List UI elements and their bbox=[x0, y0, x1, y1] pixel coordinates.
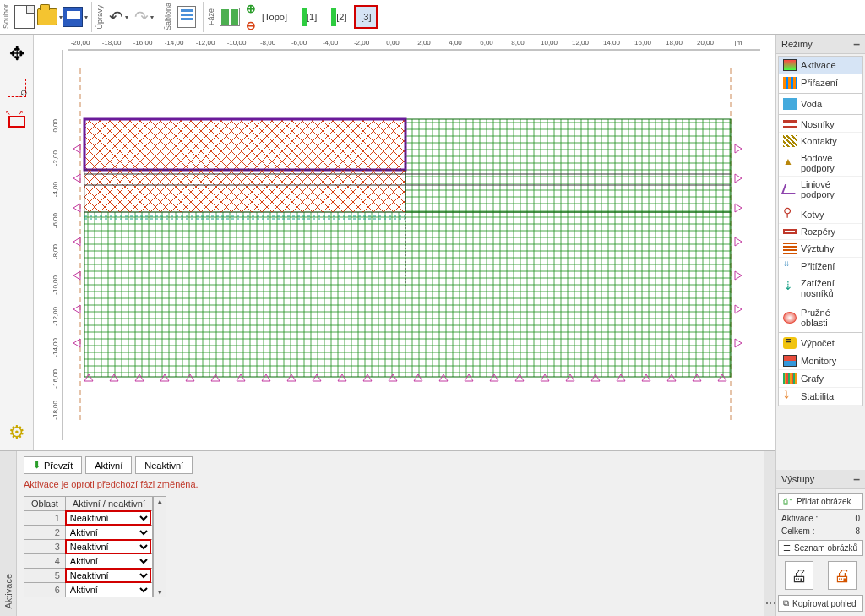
mi-bod-icon bbox=[783, 157, 797, 169]
minimize-button[interactable]: – bbox=[853, 37, 860, 51]
chevron-down-icon: ▾ bbox=[84, 14, 88, 21]
table-row: 2AktivníNeaktivní bbox=[24, 526, 153, 540]
phase-add-button[interactable]: ⊕ bbox=[246, 2, 256, 15]
minimize-button[interactable]: – bbox=[853, 472, 860, 486]
svg-text:-8,00: -8,00 bbox=[52, 243, 59, 259]
redo-icon: ↷ bbox=[134, 7, 149, 27]
redo-button[interactable]: ↷▾ bbox=[131, 2, 156, 32]
printer-icon: 🖨 bbox=[791, 566, 808, 586]
zoom-area-tool[interactable] bbox=[4, 75, 30, 101]
faze-label: Fáze bbox=[207, 8, 215, 25]
celkem-count: Celkem :8 bbox=[778, 525, 863, 537]
mi-mon-icon bbox=[783, 355, 797, 367]
modes-list: AktivacePřiřazeníVodaNosníkyKontaktyBodo… bbox=[778, 56, 863, 406]
table-row: 5AktivníNeaktivní bbox=[24, 569, 153, 583]
svg-text:-14,00: -14,00 bbox=[52, 337, 59, 357]
svg-text:[m]: [m] bbox=[734, 39, 743, 46]
picture-list-button[interactable]: ☰Seznam obrázků bbox=[778, 540, 863, 556]
mode-kotvy[interactable]: Kotvy bbox=[779, 206, 862, 224]
mode-grafy[interactable]: Grafy bbox=[779, 370, 862, 388]
save-file-button[interactable]: ▾ bbox=[63, 2, 88, 32]
svg-text:-16,00: -16,00 bbox=[52, 368, 59, 388]
neaktivni-button[interactable]: Neaktivní bbox=[135, 456, 193, 474]
add-picture-button[interactable]: ⎙⁺Přidat obrázek bbox=[778, 493, 863, 510]
svg-text:-20,00: -20,00 bbox=[71, 39, 90, 46]
svg-text:0,00: 0,00 bbox=[386, 39, 400, 46]
svg-text:20,00: 20,00 bbox=[697, 39, 715, 46]
fit-view-tool[interactable] bbox=[4, 109, 30, 134]
mode-přiřazení[interactable]: Přiřazení bbox=[779, 74, 862, 94]
svg-text:-14,00: -14,00 bbox=[165, 39, 184, 46]
mode-kontakty[interactable]: Kontakty bbox=[779, 133, 862, 150]
move-icon: ✥ bbox=[9, 43, 24, 65]
mode-výpočet[interactable]: Výpočet bbox=[779, 335, 862, 352]
svg-text:-6,00: -6,00 bbox=[291, 39, 307, 46]
prevzit-button[interactable]: ⬇Převzít bbox=[24, 456, 82, 474]
mode-voda[interactable]: Voda bbox=[779, 95, 862, 115]
mi-lin-icon bbox=[781, 184, 798, 194]
state-select[interactable]: AktivníNeaktivní bbox=[66, 526, 150, 539]
add-picture-icon: ⎙⁺ bbox=[783, 497, 793, 506]
bottom-collapse[interactable]: ⋮ bbox=[764, 451, 775, 616]
ruler-x: -20,00-18,00-16,00 -14,00-12,00-10,00 -8… bbox=[71, 39, 744, 46]
phase-1[interactable]: [1] bbox=[295, 5, 321, 29]
row-index: 2 bbox=[24, 526, 66, 540]
undo-button[interactable]: ↶▾ bbox=[106, 2, 131, 32]
mode-pružné-oblasti[interactable]: Pružné oblasti bbox=[779, 305, 862, 333]
mi-prit-icon bbox=[783, 260, 797, 272]
copy-view-button[interactable]: ⧉Kopírovat pohled bbox=[778, 595, 863, 612]
mode-aktivace[interactable]: Aktivace bbox=[779, 57, 862, 74]
phase-topo[interactable]: [Topo] bbox=[258, 5, 291, 29]
mode-zatížení-nosníků[interactable]: Zatížení nosníků bbox=[779, 275, 862, 303]
phase-remove-button[interactable]: ⊖ bbox=[246, 19, 256, 32]
phase-3[interactable]: [3] bbox=[354, 5, 378, 29]
mode-stabilita[interactable]: Stabilita bbox=[779, 388, 862, 406]
pan-tool[interactable]: ✥ bbox=[4, 41, 30, 67]
mode-monitory[interactable]: Monitory bbox=[779, 352, 862, 370]
mi-nos-icon bbox=[783, 120, 797, 128]
table-row: 3AktivníNeaktivní bbox=[24, 540, 153, 554]
template-button[interactable] bbox=[174, 2, 199, 32]
print-button[interactable]: 🖨 bbox=[785, 561, 813, 590]
svg-text:16,00: 16,00 bbox=[634, 39, 652, 46]
svg-text:-10,00: -10,00 bbox=[227, 39, 247, 46]
mode-nosníky[interactable]: Nosníky bbox=[779, 117, 862, 133]
col-oblast: Oblast bbox=[24, 497, 66, 511]
aktivni-button[interactable]: Aktivní bbox=[85, 456, 132, 474]
new-file-button[interactable] bbox=[12, 2, 37, 32]
state-select[interactable]: AktivníNeaktivní bbox=[66, 540, 150, 553]
mode-rozpěry[interactable]: Rozpěry bbox=[779, 224, 862, 240]
open-file-button[interactable]: ▾ bbox=[37, 2, 63, 32]
table-scrollbar[interactable]: ▴▾ bbox=[153, 496, 166, 597]
svg-text:4,00: 4,00 bbox=[449, 39, 462, 46]
mode-liniové-podpory[interactable]: Liniové podpory bbox=[779, 177, 862, 204]
chevron-down-icon: ▾ bbox=[125, 14, 128, 21]
print-color-button[interactable]: 🖨 bbox=[828, 561, 857, 590]
chevron-down-icon: ▾ bbox=[150, 14, 154, 21]
state-select[interactable]: AktivníNeaktivní bbox=[66, 554, 150, 568]
outputs-panel: ⎙⁺Přidat obrázek Aktivace :0 Celkem :8 ☰… bbox=[778, 491, 863, 614]
mi-gra-icon bbox=[783, 373, 797, 384]
drawing-canvas[interactable]: -20,00-18,00-16,00 -14,00-12,00-10,00 -8… bbox=[34, 35, 775, 450]
phase-list-button[interactable] bbox=[217, 2, 242, 32]
phase-2[interactable]: [2] bbox=[324, 5, 351, 29]
table-row: 6AktivníNeaktivní bbox=[24, 583, 153, 597]
mode-výztuhy[interactable]: Výztuhy bbox=[779, 240, 862, 258]
svg-text:10,00: 10,00 bbox=[541, 39, 558, 46]
ruler-y: 0,00 -2,00 -4,00 -6,00 -8,00 -10,00 -12,… bbox=[52, 118, 59, 419]
settings-button[interactable]: ⚙ bbox=[4, 420, 30, 445]
svg-text:8,00: 8,00 bbox=[511, 39, 525, 46]
mi-voda-icon bbox=[783, 98, 797, 110]
mode-bodové-podpory[interactable]: Bodové podpory bbox=[779, 150, 862, 177]
mi-akt-icon bbox=[783, 59, 797, 71]
top-toolbar: Soubor ▾ ▾ Úpravy ↶▾ ↷▾ Šablona Fáze ⊕ ⊖… bbox=[0, 0, 865, 35]
svg-text:2,00: 2,00 bbox=[417, 39, 431, 46]
svg-text:-18,00: -18,00 bbox=[102, 39, 122, 46]
state-select[interactable]: AktivníNeaktivní bbox=[66, 569, 150, 582]
bottom-tab[interactable]: Aktivace bbox=[0, 451, 17, 616]
state-select[interactable]: AktivníNeaktivní bbox=[66, 583, 150, 597]
state-select[interactable]: AktivníNeaktivní bbox=[66, 511, 150, 525]
mi-vyz-icon bbox=[783, 243, 797, 254]
svg-text:6,00: 6,00 bbox=[480, 39, 493, 46]
mode-přitížení[interactable]: Přitížení bbox=[779, 258, 862, 275]
